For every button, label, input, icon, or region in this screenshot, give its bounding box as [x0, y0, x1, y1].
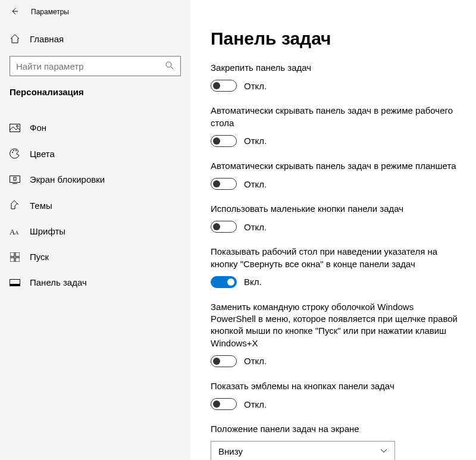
setting-lock-taskbar: Закрепить панель задач Откл.: [211, 62, 459, 92]
toggle-state: Вкл.: [244, 277, 262, 287]
palette-icon: [10, 148, 20, 159]
image-icon: [10, 124, 20, 132]
sidebar-item-background[interactable]: Фон: [0, 115, 190, 140]
svg-rect-16: [15, 258, 20, 262]
toggle-state: Откл.: [244, 136, 267, 146]
window-header: Параметры: [0, 5, 190, 26]
select-taskbar-position[interactable]: Внизу: [211, 441, 395, 460]
lock-screen-icon: [10, 176, 20, 184]
sidebar-item-label: Панель задач: [30, 277, 87, 287]
window-title: Параметры: [31, 8, 69, 16]
sidebar: Параметры Главная Персонализация Фон Цве…: [0, 0, 190, 460]
setting-label: Закрепить панель задач: [211, 62, 459, 74]
sidebar-item-label: Фон: [30, 123, 46, 133]
sidebar-item-taskbar[interactable]: Панель задач: [0, 270, 190, 295]
svg-point-7: [15, 150, 17, 151]
search-input[interactable]: [16, 61, 165, 71]
sidebar-item-lock-screen[interactable]: Экран блокировки: [0, 167, 190, 192]
setting-label: Использовать маленькие кнопки панели зад…: [211, 203, 459, 215]
sidebar-item-label: Пуск: [30, 252, 49, 262]
setting-autohide-desktop: Автоматически скрывать панель задач в ре…: [211, 105, 459, 147]
sidebar-item-label: Цвета: [30, 149, 55, 159]
sidebar-item-themes[interactable]: Темы: [0, 192, 190, 218]
back-button[interactable]: [8, 6, 20, 18]
sidebar-home-label: Главная: [30, 34, 64, 44]
svg-rect-10: [14, 177, 16, 180]
setting-peek-desktop: Показывать рабочий стол при наведении ук…: [211, 246, 459, 288]
search-icon: [165, 61, 174, 72]
svg-rect-3: [10, 124, 20, 132]
setting-powershell: Заменить командную строку оболочкой Wind…: [211, 301, 459, 367]
toggle-state: Откл.: [244, 179, 267, 189]
toggle-state: Откл.: [244, 81, 267, 91]
svg-point-6: [13, 150, 14, 151]
taskbar-icon: [10, 279, 20, 286]
svg-text:A: A: [15, 230, 19, 236]
setting-label: Показывать рабочий стол при наведении ук…: [211, 246, 459, 270]
setting-badges: Показать эмблемы на кнопках панели задач…: [211, 380, 459, 410]
sidebar-item-start[interactable]: Пуск: [0, 244, 190, 270]
svg-point-1: [166, 62, 171, 67]
sidebar-item-fonts[interactable]: AA Шрифты: [0, 218, 190, 244]
setting-label: Показать эмблемы на кнопках панели задач: [211, 380, 459, 392]
svg-line-2: [171, 67, 173, 69]
toggle-autohide-desktop[interactable]: [211, 135, 237, 147]
start-icon: [10, 252, 20, 262]
sidebar-item-label: Экран блокировки: [30, 174, 105, 184]
toggle-peek-desktop[interactable]: [211, 276, 237, 288]
toggle-autohide-tablet[interactable]: [211, 178, 237, 190]
setting-position: Положение панели задач на экране Внизу: [211, 423, 459, 460]
setting-label: Автоматически скрывать панель задач в ре…: [211, 160, 459, 172]
sidebar-home[interactable]: Главная: [0, 26, 190, 51]
select-value: Внизу: [218, 446, 243, 456]
svg-rect-14: [15, 252, 20, 256]
setting-autohide-tablet: Автоматически скрывать панель задач в ре…: [211, 160, 459, 190]
setting-label: Заменить командную строку оболочкой Wind…: [211, 301, 459, 349]
home-icon: [10, 33, 20, 44]
toggle-small-buttons[interactable]: [211, 221, 237, 233]
sidebar-nav: Фон Цвета Экран блокировки Темы AA Шрифт…: [0, 104, 190, 295]
sidebar-section: Персонализация: [0, 87, 190, 104]
svg-rect-13: [10, 252, 14, 256]
svg-rect-18: [10, 284, 20, 286]
toggle-state: Откл.: [244, 399, 267, 409]
toggle-state: Откл.: [244, 356, 267, 366]
svg-rect-15: [10, 258, 14, 262]
toggle-powershell[interactable]: [211, 355, 237, 367]
search-box[interactable]: [10, 56, 181, 76]
toggle-state: Откл.: [244, 222, 267, 232]
setting-label: Автоматически скрывать панель задач в ре…: [211, 105, 459, 129]
toggle-lock-taskbar[interactable]: [211, 80, 237, 92]
themes-icon: [10, 200, 20, 211]
sidebar-item-label: Темы: [30, 201, 52, 211]
page-title: Панель задач: [211, 29, 459, 49]
fonts-icon: AA: [10, 227, 20, 236]
svg-rect-8: [10, 176, 20, 182]
chevron-down-icon: [380, 448, 387, 455]
toggle-badges[interactable]: [211, 398, 237, 410]
setting-small-buttons: Использовать маленькие кнопки панели зад…: [211, 203, 459, 233]
svg-point-5: [12, 152, 13, 153]
svg-rect-9: [12, 183, 17, 184]
sidebar-item-colors[interactable]: Цвета: [0, 140, 190, 167]
arrow-left-icon: [10, 7, 19, 18]
setting-label: Положение панели задач на экране: [211, 423, 459, 435]
main-content: Панель задач Закрепить панель задач Откл…: [190, 0, 476, 460]
svg-point-4: [17, 125, 18, 127]
sidebar-item-label: Шрифты: [30, 226, 65, 236]
